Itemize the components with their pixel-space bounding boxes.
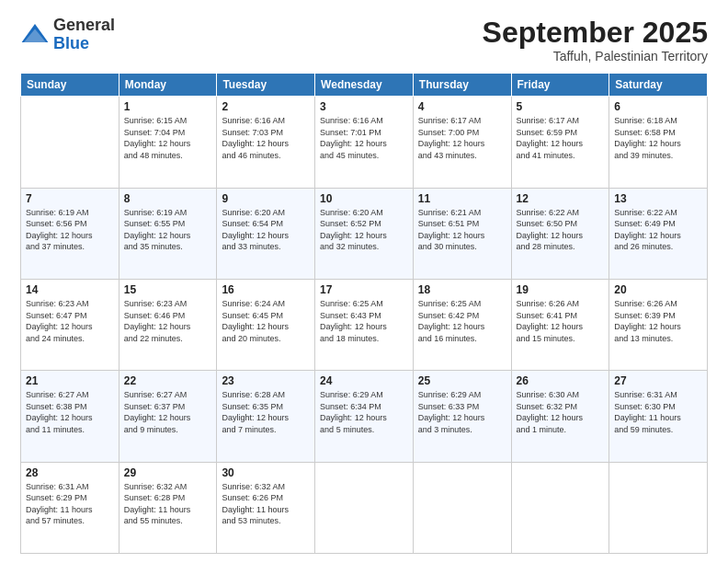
day-info: Sunrise: 6:30 AM Sunset: 6:32 PM Dayligh… <box>517 389 605 435</box>
page: General Blue September 2025 Taffuh, Pale… <box>0 0 728 563</box>
day-number: 23 <box>222 374 310 387</box>
day-info: Sunrise: 6:32 AM Sunset: 6:26 PM Dayligh… <box>222 481 310 527</box>
day-number: 5 <box>517 100 605 113</box>
day-number: 1 <box>124 100 212 113</box>
day-info: Sunrise: 6:20 AM Sunset: 6:54 PM Dayligh… <box>222 207 310 253</box>
calendar-week-row: 14Sunrise: 6:23 AM Sunset: 6:47 PM Dayli… <box>21 279 708 370</box>
day-number: 17 <box>320 283 408 296</box>
main-title: September 2025 <box>483 17 708 49</box>
day-number: 20 <box>614 283 702 296</box>
day-number: 3 <box>320 100 408 113</box>
day-info: Sunrise: 6:27 AM Sunset: 6:37 PM Dayligh… <box>124 389 212 435</box>
calendar-cell: 4Sunrise: 6:17 AM Sunset: 7:00 PM Daylig… <box>413 97 511 188</box>
calendar-cell: 25Sunrise: 6:29 AM Sunset: 6:33 PM Dayli… <box>413 371 511 462</box>
calendar-day-header: Monday <box>119 74 217 97</box>
calendar-cell: 12Sunrise: 6:22 AM Sunset: 6:50 PM Dayli… <box>511 188 609 279</box>
day-info: Sunrise: 6:23 AM Sunset: 6:47 PM Dayligh… <box>26 298 114 344</box>
day-number: 26 <box>517 374 605 387</box>
day-number: 6 <box>614 100 702 113</box>
calendar-cell: 11Sunrise: 6:21 AM Sunset: 6:51 PM Dayli… <box>413 188 511 279</box>
calendar-cell: 24Sunrise: 6:29 AM Sunset: 6:34 PM Dayli… <box>315 371 414 462</box>
day-number: 7 <box>26 192 114 205</box>
day-info: Sunrise: 6:17 AM Sunset: 6:59 PM Dayligh… <box>517 115 605 161</box>
day-number: 11 <box>418 192 506 205</box>
calendar-cell <box>413 462 511 553</box>
subtitle: Taffuh, Palestinian Territory <box>483 49 708 63</box>
calendar-table: SundayMondayTuesdayWednesdayThursdayFrid… <box>20 73 708 554</box>
calendar-cell: 26Sunrise: 6:30 AM Sunset: 6:32 PM Dayli… <box>511 371 609 462</box>
calendar-day-header: Saturday <box>609 74 708 97</box>
calendar-week-row: 1Sunrise: 6:15 AM Sunset: 7:04 PM Daylig… <box>21 97 708 188</box>
day-number: 4 <box>418 100 506 113</box>
calendar-cell <box>511 462 609 553</box>
calendar-cell: 18Sunrise: 6:25 AM Sunset: 6:42 PM Dayli… <box>413 279 511 370</box>
calendar-cell: 1Sunrise: 6:15 AM Sunset: 7:04 PM Daylig… <box>119 97 217 188</box>
day-number: 21 <box>26 374 114 387</box>
calendar-day-header: Wednesday <box>315 74 414 97</box>
day-number: 15 <box>124 283 212 296</box>
calendar-cell: 14Sunrise: 6:23 AM Sunset: 6:47 PM Dayli… <box>21 279 119 370</box>
calendar-cell: 22Sunrise: 6:27 AM Sunset: 6:37 PM Dayli… <box>119 371 217 462</box>
calendar-cell <box>609 462 708 553</box>
day-info: Sunrise: 6:25 AM Sunset: 6:42 PM Dayligh… <box>418 298 506 344</box>
calendar-cell: 28Sunrise: 6:31 AM Sunset: 6:29 PM Dayli… <box>21 462 119 553</box>
day-number: 24 <box>320 374 408 387</box>
day-number: 9 <box>222 192 310 205</box>
logo: General Blue <box>20 17 115 53</box>
day-number: 8 <box>124 192 212 205</box>
calendar-cell: 29Sunrise: 6:32 AM Sunset: 6:28 PM Dayli… <box>119 462 217 553</box>
calendar-cell: 13Sunrise: 6:22 AM Sunset: 6:49 PM Dayli… <box>609 188 708 279</box>
calendar-day-header: Friday <box>511 74 609 97</box>
day-number: 27 <box>614 374 702 387</box>
day-info: Sunrise: 6:20 AM Sunset: 6:52 PM Dayligh… <box>320 207 408 253</box>
day-number: 12 <box>517 192 605 205</box>
day-info: Sunrise: 6:31 AM Sunset: 6:30 PM Dayligh… <box>614 389 702 435</box>
day-info: Sunrise: 6:31 AM Sunset: 6:29 PM Dayligh… <box>26 481 114 527</box>
calendar-header-row: SundayMondayTuesdayWednesdayThursdayFrid… <box>21 74 708 97</box>
day-info: Sunrise: 6:15 AM Sunset: 7:04 PM Dayligh… <box>124 115 212 161</box>
day-number: 22 <box>124 374 212 387</box>
calendar-day-header: Thursday <box>413 74 511 97</box>
logo-text: General Blue <box>53 17 115 53</box>
calendar-cell: 20Sunrise: 6:26 AM Sunset: 6:39 PM Dayli… <box>609 279 708 370</box>
calendar-cell <box>315 462 414 553</box>
calendar-cell: 3Sunrise: 6:16 AM Sunset: 7:01 PM Daylig… <box>315 97 414 188</box>
calendar-cell: 15Sunrise: 6:23 AM Sunset: 6:46 PM Dayli… <box>119 279 217 370</box>
day-number: 18 <box>418 283 506 296</box>
day-info: Sunrise: 6:24 AM Sunset: 6:45 PM Dayligh… <box>222 298 310 344</box>
logo-general: General <box>53 17 115 35</box>
day-number: 25 <box>418 374 506 387</box>
calendar-cell: 21Sunrise: 6:27 AM Sunset: 6:38 PM Dayli… <box>21 371 119 462</box>
day-info: Sunrise: 6:19 AM Sunset: 6:55 PM Dayligh… <box>124 207 212 253</box>
day-info: Sunrise: 6:26 AM Sunset: 6:39 PM Dayligh… <box>614 298 702 344</box>
calendar-cell: 16Sunrise: 6:24 AM Sunset: 6:45 PM Dayli… <box>217 279 315 370</box>
day-number: 13 <box>614 192 702 205</box>
calendar-cell: 8Sunrise: 6:19 AM Sunset: 6:55 PM Daylig… <box>119 188 217 279</box>
day-info: Sunrise: 6:28 AM Sunset: 6:35 PM Dayligh… <box>222 389 310 435</box>
calendar-week-row: 21Sunrise: 6:27 AM Sunset: 6:38 PM Dayli… <box>21 371 708 462</box>
day-info: Sunrise: 6:26 AM Sunset: 6:41 PM Dayligh… <box>517 298 605 344</box>
day-info: Sunrise: 6:21 AM Sunset: 6:51 PM Dayligh… <box>418 207 506 253</box>
day-number: 16 <box>222 283 310 296</box>
day-info: Sunrise: 6:19 AM Sunset: 6:56 PM Dayligh… <box>26 207 114 253</box>
calendar-week-row: 7Sunrise: 6:19 AM Sunset: 6:56 PM Daylig… <box>21 188 708 279</box>
day-number: 30 <box>222 466 310 479</box>
calendar-cell: 5Sunrise: 6:17 AM Sunset: 6:59 PM Daylig… <box>511 97 609 188</box>
calendar-week-row: 28Sunrise: 6:31 AM Sunset: 6:29 PM Dayli… <box>21 462 708 553</box>
day-info: Sunrise: 6:29 AM Sunset: 6:34 PM Dayligh… <box>320 389 408 435</box>
calendar-cell: 2Sunrise: 6:16 AM Sunset: 7:03 PM Daylig… <box>217 97 315 188</box>
calendar-cell <box>21 97 119 188</box>
logo-blue: Blue <box>53 35 115 53</box>
day-number: 28 <box>26 466 114 479</box>
day-info: Sunrise: 6:18 AM Sunset: 6:58 PM Dayligh… <box>614 115 702 161</box>
day-info: Sunrise: 6:17 AM Sunset: 7:00 PM Dayligh… <box>418 115 506 161</box>
logo-icon <box>20 20 50 50</box>
calendar-day-header: Tuesday <box>217 74 315 97</box>
day-info: Sunrise: 6:27 AM Sunset: 6:38 PM Dayligh… <box>26 389 114 435</box>
calendar-cell: 6Sunrise: 6:18 AM Sunset: 6:58 PM Daylig… <box>609 97 708 188</box>
calendar-cell: 19Sunrise: 6:26 AM Sunset: 6:41 PM Dayli… <box>511 279 609 370</box>
day-number: 14 <box>26 283 114 296</box>
header: General Blue September 2025 Taffuh, Pale… <box>20 17 708 63</box>
calendar-cell: 9Sunrise: 6:20 AM Sunset: 6:54 PM Daylig… <box>217 188 315 279</box>
day-info: Sunrise: 6:32 AM Sunset: 6:28 PM Dayligh… <box>124 481 212 527</box>
